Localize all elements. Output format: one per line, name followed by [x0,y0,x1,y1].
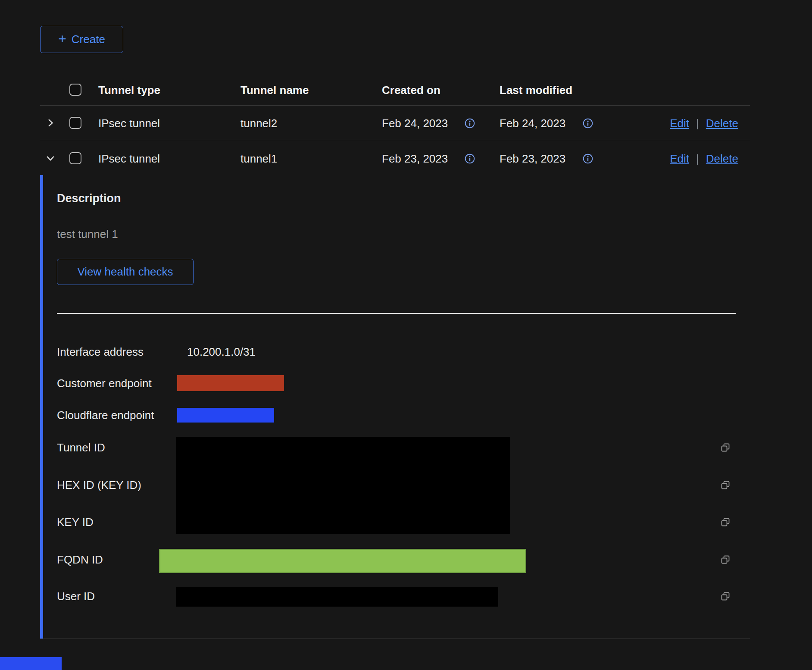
cloudflare-endpoint-label: Cloudflare endpoint [57,409,154,422]
description-value: test tunnel 1 [57,228,118,241]
header-divider [40,105,750,106]
customer-endpoint-redaction [177,375,284,391]
info-icon[interactable] [582,153,593,164]
row-actions: Edit | Delete [625,149,738,168]
row-checkbox[interactable] [69,152,81,164]
view-health-checks-button[interactable]: View health checks [57,259,194,285]
copy-key-id-icon[interactable] [720,517,731,527]
create-button[interactable]: + Create [40,26,123,53]
edit-link[interactable]: Edit [670,152,689,166]
action-separator: | [696,152,699,166]
info-icon[interactable] [464,118,475,129]
edit-link[interactable]: Edit [670,117,689,130]
copy-fqdn-id-icon[interactable] [720,554,731,565]
column-header-created-on: Created on [382,84,440,97]
last-modified-cell: Feb 23, 2023 [500,152,565,166]
plus-icon: + [58,32,66,46]
bottom-left-blue-bar [0,657,62,670]
collapse-chevron-down-icon[interactable] [45,153,56,164]
hex-id-label: HEX ID (KEY ID) [57,479,141,492]
column-header-tunnel-name: Tunnel name [240,84,309,97]
cloudflare-endpoint-redaction [177,408,274,423]
row-divider [40,140,750,140]
row-checkbox[interactable] [69,117,81,129]
fqdn-id-label: FQDN ID [57,553,103,567]
tunnel-type-cell: IPsec tunnel [98,117,160,130]
delete-link[interactable]: Delete [706,152,738,166]
fqdn-id-redaction [159,549,526,573]
user-id-label: User ID [57,590,95,603]
created-on-cell: Feb 23, 2023 [382,152,448,166]
tunnel-name-cell: tunnel2 [240,117,277,130]
info-icon[interactable] [464,153,475,164]
tunnel-ids-redaction [176,437,510,534]
copy-user-id-icon[interactable] [720,591,731,601]
tunnel-id-label: Tunnel ID [57,441,105,454]
last-modified-cell: Feb 24, 2023 [500,117,565,130]
copy-tunnel-id-icon[interactable] [720,442,731,453]
interface-address-label: Interface address [57,345,144,359]
ipsec-tunnels-page: + Create Tunnel type Tunnel name Created… [0,0,812,670]
action-separator: | [696,117,699,130]
panel-bottom-divider [40,639,750,639]
tunnel-type-cell: IPsec tunnel [98,152,160,166]
user-id-redaction [176,587,498,607]
tunnel-name-cell: tunnel1 [240,152,277,166]
delete-link[interactable]: Delete [706,117,738,130]
expand-chevron-right-icon[interactable] [45,117,56,128]
key-id-label: KEY ID [57,516,94,529]
row-actions: Edit | Delete [625,114,738,133]
copy-hex-id-icon[interactable] [720,480,731,490]
description-label: Description [57,192,121,205]
expanded-row-indicator-bar [40,175,43,639]
info-icon[interactable] [582,118,593,129]
interface-address-value: 10.200.1.0/31 [187,345,256,359]
customer-endpoint-label: Customer endpoint [57,377,152,390]
column-header-last-modified: Last modified [500,84,572,97]
create-button-label: Create [72,33,105,46]
created-on-cell: Feb 24, 2023 [382,117,448,130]
column-header-tunnel-type: Tunnel type [98,84,160,97]
select-all-checkbox[interactable] [69,84,81,96]
detail-section-divider [57,313,736,314]
